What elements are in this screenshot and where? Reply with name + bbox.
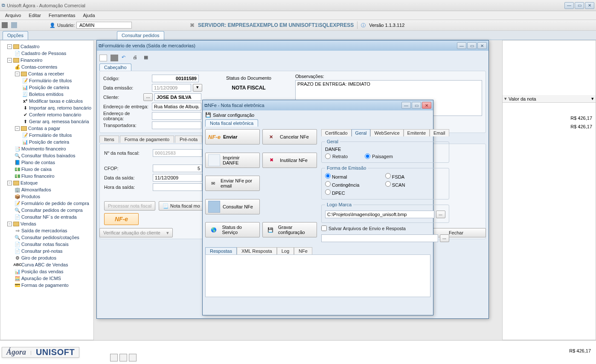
cancelar-nfe-button[interactable]: Cancelar NFe [262, 129, 317, 144]
close-button[interactable]: ✕ [585, 2, 594, 9]
tab-respostas[interactable]: Respostas [205, 247, 237, 254]
tree-importar-arq[interactable]: Importar arq. retorno bancário [29, 105, 91, 110]
status-servico-button[interactable]: 🌎Status do Serviço [205, 222, 260, 237]
tree-produtos[interactable]: Produtos [21, 194, 40, 199]
tool-print-icon[interactable]: 🖨 [133, 55, 140, 61]
minimize-button[interactable]: — [564, 2, 574, 9]
imprimir-danfe-button[interactable]: Imprimir DANFE [205, 153, 260, 168]
tab-cabecalho[interactable]: Cabeçalho [99, 64, 131, 71]
nfe-close-button[interactable]: ✕ [422, 102, 431, 109]
nfe-titlebar[interactable]: ⧉ NFe - Nota fiscal eletrônica — ▭ ✕ [203, 100, 433, 110]
nota-fiscal-modelo-button[interactable]: 📃Nota fiscal mo [159, 201, 204, 211]
transportadora-input[interactable] [152, 121, 201, 129]
tool-grid-icon[interactable]: ▦ [144, 55, 151, 61]
tree-fluxo-caixa[interactable]: Fluxo de caixa [21, 167, 52, 172]
nav-tree[interactable]: −Cadastro 📄Cadastro de Pessoas −Financei… [0, 40, 94, 340]
tab-itens[interactable]: Itens [99, 136, 119, 143]
tool-save-icon[interactable] [110, 55, 118, 61]
radio-dpec[interactable]: DPEC [325, 189, 385, 196]
cliente-input[interactable] [154, 93, 201, 101]
radio-paisagem[interactable]: Paisagem [365, 153, 393, 159]
tree-gerar-arq[interactable]: Gerar arq. remessa bancária [29, 119, 89, 124]
log-box[interactable] [205, 254, 430, 297]
tab-email[interactable]: Email [430, 129, 449, 136]
tab-pre-nota[interactable]: Pré-nota [175, 136, 202, 143]
processar-nota-button[interactable]: Processar nota fiscal [104, 201, 155, 211]
tab-opcoes[interactable]: Opções [3, 31, 28, 40]
menu-editar[interactable]: Editar [25, 12, 44, 19]
radio-retrato[interactable]: Retrato [325, 153, 348, 159]
salvar-path-input[interactable] [321, 234, 438, 242]
inutilizar-nfe-button[interactable]: ✖Inutilizar NFe [262, 153, 317, 168]
tree-fluxo-fin[interactable]: Fluxo financeiro [21, 173, 55, 179]
tree-form-titulos-p[interactable]: Formulário de títulos [29, 133, 72, 138]
tree-consultar-nfs[interactable]: Consultar NF´s de entrada [21, 214, 77, 220]
tool-new-icon[interactable] [99, 55, 107, 61]
tree-posicao-carteira-p[interactable]: Posição de carteira [29, 139, 69, 144]
consultar-nfe-button[interactable]: Consultar NFe [205, 199, 260, 214]
tree-cadastro[interactable]: Cadastro [20, 44, 40, 49]
num-nota-input[interactable] [153, 149, 202, 157]
tree-modificar-taxas[interactable]: Modificar taxas e cálculos [29, 98, 83, 104]
nfe-maximize-button[interactable]: ▭ [412, 102, 421, 109]
tree-curva[interactable]: Curva ABC de Vendas [21, 262, 68, 267]
tree-consultar-pre[interactable]: Consultar pré-notas [21, 248, 63, 254]
tab-nfe-log[interactable]: NFe [294, 247, 312, 254]
radio-normal[interactable]: Normal [325, 173, 385, 179]
tree-estoque[interactable]: Estoque [20, 180, 38, 185]
chevron-down-icon[interactable]: ▾ [504, 96, 507, 101]
logo-path-input[interactable] [325, 211, 434, 218]
nav-funnel-button[interactable] [129, 354, 137, 361]
radio-scan[interactable]: SCAN [385, 181, 445, 188]
tree-giro[interactable]: Giro de produtos [21, 255, 56, 260]
enviar-nfe-button[interactable]: NF-eEnviar [205, 129, 260, 144]
tab-geral[interactable]: Geral [352, 129, 371, 136]
tab-emitente[interactable]: Emitente [404, 129, 430, 136]
tree-icms[interactable]: Apuração de ICMS [21, 276, 61, 281]
verificar-situacao-combo[interactable]: Verificar situação do cliente▾ [99, 228, 173, 237]
hora-saida-input[interactable] [153, 183, 202, 191]
tree-vendas[interactable]: Vendas [20, 221, 36, 226]
tree-almox[interactable]: Almoxarifados [21, 187, 51, 192]
maximize-button[interactable]: ▭ [575, 2, 584, 9]
radio-contingencia[interactable]: Contingência [325, 181, 385, 188]
endereco-entrega-input[interactable] [152, 103, 201, 110]
sale-titlebar[interactable]: ⧉ Formulário de venda (Saída de mercador… [97, 40, 488, 51]
tree-formas-pag[interactable]: Formas de pagamento [21, 283, 69, 288]
tab-webservice[interactable]: WebService [370, 129, 403, 136]
tree-plano-contas[interactable]: Plano de contas [21, 160, 55, 165]
chevron-down-icon[interactable]: ▾ [591, 96, 594, 101]
sale-maximize-button[interactable]: ▭ [467, 42, 477, 49]
data-emissao-input[interactable] [152, 84, 191, 92]
data-saida-input[interactable] [153, 174, 202, 182]
cliente-lookup-button[interactable]: ... [143, 93, 153, 101]
tree-boletos[interactable]: Boletos emitidos [29, 92, 64, 97]
tree-mov-fin[interactable]: Movimento financeiro [21, 146, 66, 151]
nfe-minimize-button[interactable]: — [401, 102, 411, 109]
tab-log[interactable]: Log [277, 247, 294, 254]
sale-close-button[interactable]: ✕ [477, 42, 487, 49]
nav-filter-button[interactable] [119, 354, 127, 361]
radio-fsda[interactable]: FSDA [385, 173, 445, 179]
enviar-email-button[interactable]: ✉Enviar NFe por email [205, 176, 260, 191]
tree-consultar-pedidos-comp[interactable]: Consultar pedidos de compra [21, 208, 83, 213]
tree-consultar-notas[interactable]: Consultar notas fiscais [21, 242, 69, 247]
menu-arquivo[interactable]: Arquivo [2, 12, 24, 19]
chk-salvar-arquivos[interactable]: Salvar Arquivos de Envio e Resposta [321, 225, 406, 231]
tree-contas-pagar[interactable]: Contas a pagar [28, 126, 60, 131]
menu-ajuda[interactable]: Ajuda [79, 12, 98, 19]
tree-contas-correntes[interactable]: Contas-correntes [21, 64, 57, 69]
menu-ferramentas[interactable]: Ferramentas [45, 12, 78, 19]
toolbar-icon-1[interactable] [2, 22, 8, 28]
browse-button[interactable]: ... [436, 211, 445, 218]
tree-form-pedido[interactable]: Formulário de pedido de compra [21, 201, 89, 206]
tab-xml-resposta[interactable]: XML Resposta [237, 247, 277, 254]
nfe-button[interactable]: NF-e [104, 213, 139, 225]
tree-financeiro[interactable]: Financeiro [20, 58, 42, 63]
tree-saida[interactable]: Saída de mercadorias [21, 228, 67, 233]
tree-form-titulos-r[interactable]: Formulário de títulos [29, 78, 72, 83]
tree-pos-vendas[interactable]: Posição das vendas [21, 269, 63, 274]
codigo-input[interactable] [152, 75, 199, 82]
browse-button-2[interactable]: ... [440, 234, 449, 242]
tree-consultar-pedidos[interactable]: Consultar pedidos/cotações [21, 235, 79, 240]
